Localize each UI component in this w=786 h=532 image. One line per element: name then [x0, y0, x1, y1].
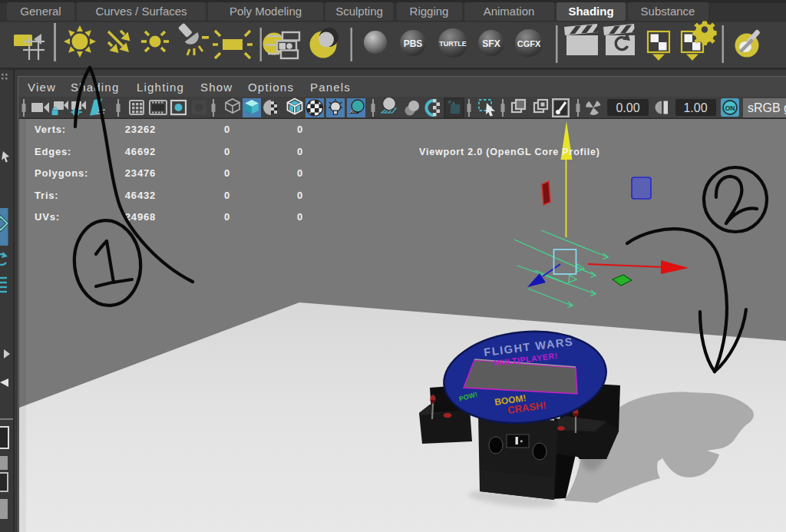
- svg-text:0: 0: [224, 146, 230, 157]
- svg-text:0: 0: [297, 124, 303, 135]
- svg-text:0: 0: [224, 211, 230, 223]
- svg-text:23476: 23476: [125, 167, 156, 179]
- svg-text:0.00: 0.00: [616, 101, 639, 114]
- svg-text:Edges:: Edges:: [35, 146, 71, 157]
- svg-text:24968: 24968: [125, 211, 156, 223]
- svg-text:0: 0: [224, 190, 230, 201]
- svg-text:Animation: Animation: [484, 5, 535, 18]
- svg-text:General: General: [20, 5, 61, 18]
- svg-text:46692: 46692: [125, 146, 156, 157]
- svg-text:46432: 46432: [125, 190, 156, 201]
- svg-text:TURTLE: TURTLE: [439, 40, 467, 48]
- svg-text:Panels: Panels: [310, 81, 351, 94]
- svg-text:View: View: [28, 81, 56, 94]
- svg-text:Show: Show: [200, 81, 233, 94]
- svg-text:CGFX: CGFX: [517, 39, 541, 48]
- svg-text:23262: 23262: [125, 124, 156, 135]
- svg-text:Sculpting: Sculpting: [335, 5, 383, 18]
- svg-text:0: 0: [297, 190, 303, 201]
- svg-text:Verts:: Verts:: [35, 124, 66, 135]
- svg-text:Options: Options: [248, 81, 294, 94]
- svg-text:0: 0: [224, 167, 230, 179]
- svg-text:0: 0: [224, 124, 230, 135]
- svg-text:Curves / Surfaces: Curves / Surfaces: [95, 5, 187, 18]
- svg-text:sRGB g: sRGB g: [748, 101, 786, 114]
- svg-text:0: 0: [297, 211, 303, 223]
- svg-text:Lighting: Lighting: [137, 81, 184, 94]
- svg-text:Tris:: Tris:: [35, 190, 58, 201]
- svg-text:Viewport 2.0 (OpenGL Core Prof: Viewport 2.0 (OpenGL Core Profile): [419, 147, 600, 157]
- svg-text:Rigging: Rigging: [410, 5, 449, 18]
- svg-text:Polygons:: Polygons:: [35, 167, 88, 179]
- svg-text:0: 0: [297, 167, 303, 179]
- svg-text:SFX: SFX: [482, 38, 500, 49]
- svg-text:ON: ON: [725, 104, 735, 112]
- svg-text:Substance: Substance: [641, 5, 695, 18]
- svg-text:Shading: Shading: [568, 5, 613, 18]
- svg-text:Poly Modeling: Poly Modeling: [230, 5, 302, 18]
- svg-text:1.00: 1.00: [683, 101, 707, 114]
- svg-text:0: 0: [297, 146, 303, 157]
- svg-text:UVs:: UVs:: [35, 211, 60, 223]
- svg-text:PBS: PBS: [404, 38, 423, 49]
